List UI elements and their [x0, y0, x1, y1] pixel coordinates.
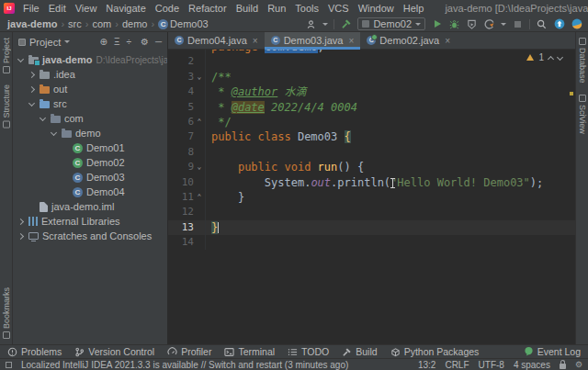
next-warning-icon[interactable] — [557, 54, 563, 61]
status-message[interactable]: Localized IntelliJ IDEA 2021.3.3 is avai… — [21, 360, 348, 370]
user-icon[interactable] — [305, 18, 317, 30]
error-stripe-warning-mark[interactable] — [570, 92, 573, 95]
run-with-coverage-button[interactable] — [466, 18, 478, 30]
toolwindow-problems[interactable]: Problems — [7, 346, 62, 357]
tab-demo04-java[interactable]: CDemo04.java× — [168, 32, 265, 49]
hide-panel-icon[interactable]: ─ — [155, 37, 162, 47]
tab-demo02-java[interactable]: CDemo02.java× — [360, 32, 457, 49]
tree-item-demo04[interactable]: CDemo04 — [13, 185, 167, 199]
close-tab-icon[interactable]: × — [445, 36, 450, 46]
tree-item-demo01[interactable]: CDemo01 — [13, 140, 167, 155]
fold-open-icon[interactable]: ⌄ — [194, 70, 205, 84]
gutter-line-3[interactable]: 3⌄ — [168, 70, 205, 84]
fold-close-icon[interactable]: ⌃ — [194, 115, 205, 129]
tab-demo03-java[interactable]: CDemo03.java× — [265, 32, 361, 49]
sidebar-item-bookmarks[interactable]: Bookmarks — [2, 282, 11, 344]
toolwindow-version-control[interactable]: Version Control — [74, 346, 154, 357]
close-tab-icon[interactable]: × — [349, 36, 355, 46]
tree-item--idea[interactable]: .idea — [13, 67, 167, 82]
toolwindow-event-log[interactable]: Event Log — [524, 346, 581, 358]
sidebar-item-project[interactable]: Project — [2, 32, 11, 79]
gutter-line-14[interactable]: 14 — [168, 235, 205, 250]
tree-arrow-icon[interactable] — [17, 232, 24, 239]
tree-item-scratches-and-consoles[interactable]: Scratches and Consoles — [13, 229, 167, 243]
gutter-line-5[interactable]: 5 — [168, 100, 205, 115]
tree-arrow-icon[interactable] — [51, 129, 57, 135]
gutter-line-12[interactable]: 12 — [168, 205, 205, 219]
profiler-dropdown-icon[interactable] — [501, 23, 506, 26]
tree-arrow-icon[interactable] — [17, 218, 24, 224]
build-hammer-icon[interactable] — [340, 18, 352, 30]
menu-refactor[interactable]: Refactor — [184, 3, 232, 14]
expand-all-icon[interactable]: Ξ — [114, 37, 120, 47]
gutter-line-2[interactable]: 2 — [168, 54, 205, 69]
tree-item-demo02[interactable]: CDemo02 — [13, 155, 167, 170]
gear-icon[interactable]: ⚙ — [141, 37, 149, 47]
tree-item-out[interactable]: out — [13, 82, 167, 96]
tree-item-demo03[interactable]: CDemo03 — [13, 170, 167, 185]
gutter-line-9[interactable]: 9⌄ — [168, 160, 205, 174]
menu-window[interactable]: Window — [354, 3, 399, 14]
breadcrumb-item-demo[interactable]: demo — [120, 18, 150, 29]
menu-help[interactable]: Help — [399, 3, 429, 14]
inspections-widget[interactable]: 1 — [526, 52, 562, 62]
tree-item-demo[interactable]: demo — [13, 126, 167, 140]
file-encoding[interactable]: UTF-8 — [479, 360, 504, 370]
run-configuration-select[interactable]: Demo02 — [357, 17, 425, 30]
fold-close-icon[interactable]: ⌃ — [194, 190, 205, 205]
tool-window-switcher-icon[interactable] — [6, 362, 12, 368]
tree-arrow-icon[interactable] — [28, 71, 35, 77]
tree-item-java-demo-iml[interactable]: java-demo.iml — [13, 199, 167, 214]
run-button[interactable] — [431, 18, 443, 30]
toolwindow-profiler[interactable]: Profiler — [167, 346, 211, 357]
sidebar-item-database[interactable]: Database — [578, 32, 587, 89]
tree-item-external-libraries[interactable]: External Libraries — [13, 214, 167, 229]
gutter-line-4[interactable]: 4 — [168, 84, 205, 99]
menu-vcs[interactable]: VCS — [323, 3, 354, 14]
sidebar-item-structure[interactable]: Structure — [2, 79, 11, 134]
breadcrumb-item-src[interactable]: src — [66, 18, 84, 29]
menu-navigate[interactable]: Navigate — [101, 3, 150, 14]
tree-arrow-icon[interactable] — [17, 55, 24, 62]
menu-file[interactable]: File — [18, 3, 44, 14]
code-editor[interactable]: 1package com.demo;23⌄/**4 * @author 水滴5 … — [168, 50, 575, 344]
toolwindow-terminal[interactable]: Terminal — [224, 346, 275, 357]
caret-position[interactable]: 13:2 — [418, 360, 435, 370]
menu-build[interactable]: Build — [232, 3, 263, 14]
user-dropdown-icon[interactable] — [322, 23, 328, 26]
gear-icon[interactable]: ⚙ — [575, 361, 582, 369]
line-ending[interactable]: CRLF — [445, 360, 469, 370]
toolwindow-build[interactable]: Build — [342, 346, 377, 357]
gutter-line-8[interactable]: 8 — [168, 145, 205, 160]
project-view-dropdown-icon[interactable] — [64, 40, 70, 43]
debug-button[interactable] — [448, 18, 460, 30]
tree-arrow-icon[interactable] — [40, 114, 46, 120]
tree-item-com[interactable]: com — [13, 111, 167, 126]
tree-arrow-icon[interactable] — [28, 85, 35, 92]
indent-style[interactable]: 4 spaces — [514, 360, 550, 370]
lock-icon[interactable] — [560, 364, 566, 369]
plugin-update-icon[interactable] — [571, 18, 582, 30]
select-opened-file-icon[interactable]: ⊕ — [100, 37, 107, 47]
close-tab-icon[interactable]: × — [253, 36, 258, 46]
breadcrumb-item-com[interactable]: com — [90, 18, 113, 29]
tree-item-java-demo[interactable]: java-demo D:\IdeaProjects\java-demo — [13, 52, 167, 67]
gutter-line-6[interactable]: 6⌃ — [168, 115, 205, 129]
project-panel-title[interactable]: Project — [29, 37, 61, 48]
update-available-icon[interactable] — [553, 18, 565, 30]
profiler-button[interactable] — [483, 18, 495, 30]
sidebar-item-sciview[interactable]: SciView — [578, 89, 587, 140]
gutter-line-13[interactable]: 13 — [168, 220, 205, 235]
breadcrumb-item-demo03[interactable]: Demo03 — [168, 18, 210, 29]
menu-tools[interactable]: Tools — [290, 3, 323, 14]
fold-open-icon[interactable]: ⌄ — [194, 160, 205, 174]
collapse-all-icon[interactable]: ÷ — [126, 37, 131, 47]
breadcrumb-item-java-demo[interactable]: java-demo — [6, 18, 59, 29]
menu-code[interactable]: Code — [151, 3, 184, 14]
toolwindow-todo[interactable]: TODO — [288, 346, 329, 357]
gutter-line-7[interactable]: 7 — [168, 129, 205, 144]
gutter-line-10[interactable]: 10 — [168, 175, 205, 190]
search-everywhere-icon[interactable] — [536, 18, 548, 30]
menu-edit[interactable]: Edit — [44, 3, 71, 14]
menu-view[interactable]: View — [71, 3, 102, 14]
